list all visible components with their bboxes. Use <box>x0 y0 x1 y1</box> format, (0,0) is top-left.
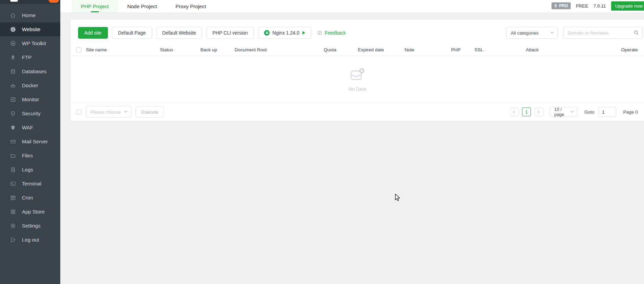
page-info-label: Page 0 <box>623 109 638 115</box>
sidebar-header <box>0 0 60 4</box>
column-header-ssl[interactable]: SSL↓ <box>474 47 526 52</box>
tab-label: Proxy Project <box>175 3 206 9</box>
sidebar-item-app-store[interactable]: App Store <box>0 205 60 219</box>
docker-whale-icon <box>10 82 16 89</box>
add-site-button[interactable]: Add site <box>78 27 108 39</box>
sidebar-item-label: WP Toolkit <box>22 40 46 46</box>
chevron-left-icon <box>512 110 516 114</box>
default-page-button[interactable]: Default Page <box>112 27 152 39</box>
column-label: Attack <box>526 47 539 52</box>
column-label: Document Root <box>235 47 267 52</box>
app-logo <box>10 0 18 2</box>
sidebar-item-label: Security <box>22 111 40 116</box>
feedback-note-icon <box>317 30 322 36</box>
no-data-icon <box>349 67 365 83</box>
topbar-right: PRO FREE 7.0.11 Upgrade now <box>552 0 644 12</box>
execute-button[interactable]: Execute <box>136 106 164 118</box>
column-header-operate: Operate <box>599 47 644 52</box>
feedback-label: Feedback <box>325 30 346 36</box>
column-label: Note <box>405 47 414 52</box>
sidebar-item-home[interactable]: Home <box>0 8 60 22</box>
sidebar-item-label: Cron <box>22 195 33 201</box>
column-header-status[interactable]: Status↓ <box>160 47 200 52</box>
tab-label: Node Project <box>127 3 157 9</box>
svg-text:W: W <box>12 42 14 45</box>
column-header-site-name[interactable]: Site name↓ <box>86 47 160 52</box>
sort-arrow-icon: ↓ <box>174 48 176 52</box>
grid-icon <box>10 209 16 215</box>
sidebar-item-security[interactable]: Security <box>0 106 60 120</box>
sidebar-item-wp-toolkit[interactable]: W WP Toolkit <box>0 36 60 50</box>
table-footer: Please choose Execute 1 10 / page Goto P… <box>71 103 644 121</box>
pro-badge[interactable]: PRO <box>552 2 571 9</box>
sidebar-item-website[interactable]: Website <box>0 22 60 36</box>
category-filter-select[interactable]: All categories <box>506 27 558 39</box>
next-page-button[interactable] <box>534 107 543 116</box>
goto-page-input[interactable] <box>598 107 616 117</box>
feedback-link[interactable]: Feedback <box>317 30 346 36</box>
column-label: Status <box>160 47 173 52</box>
sidebar-item-logs[interactable]: Logs <box>0 163 60 177</box>
column-header-back-up: Back up <box>200 47 235 52</box>
prev-page-button[interactable] <box>510 107 519 116</box>
sidebar-item-settings[interactable]: Settings <box>0 219 60 233</box>
sidebar-item-waf[interactable]: WAF <box>0 120 60 134</box>
sidebar-item-databases[interactable]: Databases <box>0 64 60 78</box>
mail-envelope-icon <box>10 139 16 145</box>
column-label: Quota <box>324 47 336 52</box>
trial-badge[interactable] <box>49 0 59 3</box>
sidebar-item-label: Files <box>22 153 33 158</box>
sidebar-nav: Home Website W WP Toolkit FTP Databases … <box>0 4 60 247</box>
sidebar-item-label: App Store <box>22 209 45 215</box>
sidebar-item-label: Logs <box>22 167 33 172</box>
column-header-expired-date: Expired date <box>358 47 405 52</box>
sidebar-item-label: FTP <box>22 54 32 60</box>
terminal-icon <box>10 181 16 187</box>
pagination: 1 10 / page Goto Page 0 <box>506 107 638 117</box>
play-icon <box>302 31 305 35</box>
column-label: Back up <box>200 47 217 52</box>
sidebar-item-label: Monitor <box>22 96 39 102</box>
sidebar-item-files[interactable]: Files <box>0 149 60 163</box>
category-filter-value: All categories <box>511 30 538 36</box>
footer-select-all-checkbox[interactable] <box>76 109 82 115</box>
tab-node-project[interactable]: Node Project <box>118 0 166 12</box>
calendar-icon <box>10 195 16 201</box>
nginx-version-button[interactable]: N Nginx 1.24.0 <box>258 27 311 39</box>
default-website-button[interactable]: Default Website <box>156 27 202 39</box>
sidebar-item-docker[interactable]: Docker <box>0 78 60 92</box>
sidebar-item-cron[interactable]: Cron <box>0 191 60 205</box>
topbar: PHP Project Node Project Proxy Project P… <box>60 0 644 12</box>
sidebar-item-label: Website <box>22 26 40 32</box>
column-header-quota: Quota <box>324 47 358 52</box>
website-list-card: Add site Default Page Default Website PH… <box>70 19 644 121</box>
upgrade-now-button[interactable]: Upgrade now <box>611 1 644 11</box>
sidebar-item-label: Log out <box>22 237 39 243</box>
tab-proxy-project[interactable]: Proxy Project <box>166 0 215 12</box>
search-input[interactable] <box>563 27 643 39</box>
select-all-checkbox[interactable] <box>76 47 82 52</box>
chevron-right-icon <box>537 110 541 114</box>
sort-arrow-icon: ↓ <box>484 48 486 52</box>
batch-action-placeholder: Please choose <box>90 109 121 115</box>
sidebar-item-log-out[interactable]: Log out <box>0 233 60 247</box>
page-number-button[interactable]: 1 <box>522 107 531 116</box>
sort-arrow-icon: ↓ <box>108 48 110 52</box>
main-content: Add site Default Page Default Website PH… <box>60 12 644 284</box>
search-box <box>563 27 643 39</box>
tab-label: PHP Project <box>81 3 109 9</box>
php-cli-version-button[interactable]: PHP CLI version <box>206 27 254 39</box>
sidebar-item-mail-server[interactable]: Mail Server <box>0 134 60 149</box>
sidebar-item-terminal[interactable]: Terminal <box>0 177 60 191</box>
tab-php-project[interactable]: PHP Project <box>72 0 118 12</box>
batch-action-select[interactable]: Please choose <box>86 106 132 118</box>
sidebar-item-monitor[interactable]: Monitor <box>0 92 60 106</box>
per-page-select[interactable]: 10 / page <box>550 107 578 117</box>
plan-label: FREE <box>576 3 588 9</box>
search-icon[interactable] <box>633 30 639 37</box>
column-label: Operate <box>621 47 638 52</box>
column-label: Site name <box>86 47 107 52</box>
sidebar-item-label: Settings <box>22 223 40 229</box>
gear-icon <box>10 223 16 229</box>
sidebar-item-ftp[interactable]: FTP <box>0 50 60 64</box>
